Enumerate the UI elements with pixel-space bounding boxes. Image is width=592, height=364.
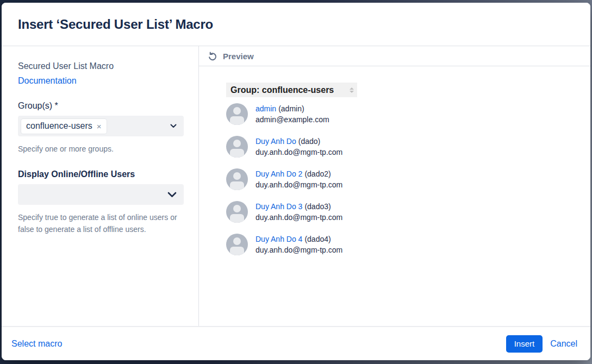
macro-name: Secured User List Macro <box>18 60 184 72</box>
online-offline-label: Display Online/Offline Users <box>18 168 184 180</box>
avatar-icon <box>226 103 248 125</box>
user-email: duy.anh.do@mgm-tp.com <box>256 147 342 158</box>
insert-button[interactable]: Insert <box>506 335 543 353</box>
remove-icon[interactable]: × <box>97 122 102 130</box>
user-link[interactable]: Duy Anh Do 2 <box>256 170 302 178</box>
user-username: (admin) <box>278 104 304 113</box>
user-link[interactable]: Duy Anh Do 3 <box>256 202 302 211</box>
user-email: admin@example.com <box>256 114 329 125</box>
preview-panel: Preview Group: confluence-users admin(ad… <box>199 46 590 326</box>
avatar-icon <box>226 168 248 190</box>
preview-title: Preview <box>223 52 254 61</box>
online-offline-help-text: Specify true to generate a list of onlin… <box>18 211 184 235</box>
sort-icon[interactable] <box>350 87 354 93</box>
user-row: admin(admin) admin@example.com <box>226 103 579 125</box>
preview-content: Group: confluence-users admin(admin) adm… <box>199 66 590 266</box>
user-username: (dado3) <box>304 202 331 211</box>
groups-label: Group(s) * <box>18 100 184 111</box>
cancel-link[interactable]: Cancel <box>550 339 577 349</box>
chevron-down-icon <box>167 192 177 198</box>
user-row: Duy Anh Do(dado) duy.anh.do@mgm-tp.com <box>226 136 579 158</box>
dialog-header: Insert ‘Secured User List’ Macro <box>2 3 590 46</box>
user-link[interactable]: admin <box>256 104 276 113</box>
group-header-bar: Group: confluence-users <box>226 83 357 97</box>
user-email: duy.anh.do@mgm-tp.com <box>256 179 342 190</box>
user-email: duy.anh.do@mgm-tp.com <box>256 212 342 223</box>
user-username: (dado) <box>298 137 320 146</box>
avatar-icon <box>226 136 248 158</box>
insert-macro-dialog: Insert ‘Secured User List’ Macro Secured… <box>2 3 590 360</box>
groups-help-text: Specify one or more groups. <box>18 143 184 155</box>
group-header-label: Group: confluence-users <box>230 85 334 95</box>
user-username: (dado2) <box>304 170 331 178</box>
user-email: duy.anh.do@mgm-tp.com <box>256 244 342 255</box>
user-link[interactable]: Duy Anh Do <box>256 137 296 146</box>
user-meta: Duy Anh Do 3(dado3) duy.anh.do@mgm-tp.co… <box>256 201 342 223</box>
preview-header: Preview <box>199 46 590 66</box>
avatar-icon <box>226 234 248 255</box>
user-username: (dado4) <box>304 235 331 243</box>
refresh-icon[interactable] <box>208 51 217 61</box>
dialog-body: Secured User List Macro Documentation Gr… <box>2 46 590 326</box>
footer-actions: Insert Cancel <box>506 335 577 353</box>
user-meta: Duy Anh Do(dado) duy.anh.do@mgm-tp.com <box>256 136 342 158</box>
dialog-footer: Select macro Insert Cancel <box>2 326 590 360</box>
groups-select[interactable]: confluence-users × <box>18 116 184 136</box>
avatar-icon <box>226 201 248 223</box>
user-meta: Duy Anh Do 2(dado2) duy.anh.do@mgm-tp.co… <box>256 168 342 190</box>
chevron-down-icon <box>170 124 177 128</box>
online-offline-select[interactable] <box>18 184 184 205</box>
user-row: Duy Anh Do 2(dado2) duy.anh.do@mgm-tp.co… <box>226 168 579 190</box>
documentation-link[interactable]: Documentation <box>18 75 77 86</box>
user-link[interactable]: Duy Anh Do 4 <box>256 235 302 243</box>
dialog-title: Insert ‘Secured User List’ Macro <box>18 17 213 32</box>
user-row: Duy Anh Do 4(dado4) duy.anh.do@mgm-tp.co… <box>226 234 579 255</box>
user-meta: Duy Anh Do 4(dado4) duy.anh.do@mgm-tp.co… <box>256 234 342 255</box>
macro-parameters-panel: Secured User List Macro Documentation Gr… <box>2 46 199 326</box>
group-chip: confluence-users × <box>21 119 107 134</box>
user-meta: admin(admin) admin@example.com <box>256 103 329 125</box>
select-macro-link[interactable]: Select macro <box>11 339 62 349</box>
group-chip-label: confluence-users <box>26 121 92 131</box>
user-row: Duy Anh Do 3(dado3) duy.anh.do@mgm-tp.co… <box>226 201 579 223</box>
